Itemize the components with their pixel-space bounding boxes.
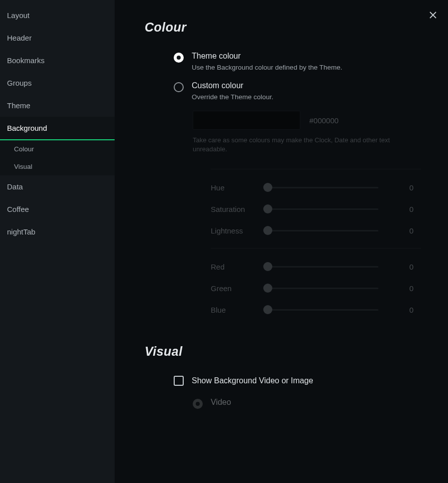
radio-custom-colour-row: Custom colour Override the Theme colour. — [174, 81, 423, 101]
radio-custom-colour[interactable] — [174, 82, 184, 92]
slider-hue-value: 0 — [398, 183, 413, 192]
slider-blue[interactable] — [263, 309, 378, 311]
slider-saturation-thumb[interactable] — [263, 204, 272, 213]
radio-custom-colour-desc: Override the Theme colour. — [192, 93, 273, 101]
slider-blue-label: Blue — [211, 306, 253, 314]
slider-hue-row: Hue 0 — [211, 183, 423, 192]
close-icon[interactable] — [426, 8, 440, 22]
sidebar-subitems: Colour Visual — [0, 140, 115, 175]
slider-green-row: Green 0 — [211, 284, 423, 293]
radio-theme-colour-label: Theme colour — [192, 52, 342, 61]
slider-saturation-label: Saturation — [211, 205, 253, 213]
sidebar-item-nighttab[interactable]: nightTab — [0, 220, 115, 243]
show-bg-row: Show Background Video or Image — [174, 376, 423, 386]
sidebar-item-background[interactable]: Background — [0, 117, 115, 140]
slider-hue[interactable] — [263, 187, 378, 188]
slider-red-label: Red — [211, 263, 253, 271]
custom-colour-block: #000000 Take care as some colours may ma… — [193, 111, 423, 314]
slider-hue-thumb[interactable] — [263, 183, 272, 192]
radio-video[interactable] — [193, 399, 203, 409]
radio-custom-colour-label: Custom colour — [192, 81, 273, 90]
slider-lightness-value: 0 — [398, 226, 413, 235]
slider-saturation[interactable] — [263, 208, 378, 210]
checkbox-show-background[interactable] — [174, 376, 184, 386]
slider-green-label: Green — [211, 284, 253, 293]
slider-saturation-value: 0 — [398, 205, 413, 213]
slider-green[interactable] — [263, 288, 378, 289]
slider-saturation-row: Saturation 0 — [211, 205, 423, 213]
radio-video-label: Video — [211, 398, 231, 407]
divider — [211, 169, 421, 169]
slider-blue-row: Blue 0 — [211, 306, 423, 314]
slider-hue-label: Hue — [211, 183, 253, 192]
checkbox-show-background-label: Show Background Video or Image — [192, 376, 313, 385]
section-title-colour: Colour — [145, 20, 423, 35]
slider-lightness-thumb[interactable] — [263, 226, 272, 235]
slider-blue-thumb[interactable] — [263, 305, 272, 314]
slider-red-row: Red 0 — [211, 263, 423, 271]
divider — [211, 248, 421, 249]
sidebar-sub-visual[interactable]: Visual — [0, 158, 115, 175]
radio-theme-colour-row: Theme colour Use the Background colour d… — [174, 52, 423, 71]
sidebar-item-header[interactable]: Header — [0, 27, 115, 49]
sidebar-sub-colour[interactable]: Colour — [0, 140, 115, 158]
sidebar-item-data[interactable]: Data — [0, 175, 115, 198]
slider-blue-value: 0 — [398, 306, 413, 314]
sidebar-item-coffee[interactable]: Coffee — [0, 198, 115, 220]
radio-video-row: Video — [193, 398, 423, 410]
slider-lightness-row: Lightness 0 — [211, 226, 423, 235]
main-panel: Colour Theme colour Use the Background c… — [115, 0, 448, 483]
sidebar-item-groups[interactable]: Groups — [0, 72, 115, 94]
radio-theme-colour-desc: Use the Background colour defined by the… — [192, 64, 342, 71]
colour-swatch[interactable] — [193, 111, 300, 130]
slider-red-thumb[interactable] — [263, 262, 272, 271]
slider-lightness-label: Lightness — [211, 226, 253, 235]
slider-green-thumb[interactable] — [263, 284, 272, 293]
sidebar: Layout Header Bookmarks Groups Theme Bac… — [0, 0, 115, 483]
colour-hex: #000000 — [309, 116, 338, 125]
sidebar-item-theme[interactable]: Theme — [0, 94, 115, 117]
sidebar-item-bookmarks[interactable]: Bookmarks — [0, 49, 115, 72]
slider-red[interactable] — [263, 266, 378, 268]
colour-warning: Take care as some colours may make the C… — [193, 136, 413, 154]
radio-theme-colour[interactable] — [174, 53, 184, 63]
sidebar-item-layout[interactable]: Layout — [0, 4, 115, 27]
slider-green-value: 0 — [398, 284, 413, 293]
slider-red-value: 0 — [398, 263, 413, 271]
visual-section: Visual Show Background Video or Image Vi… — [145, 344, 423, 410]
section-title-visual: Visual — [145, 344, 423, 359]
slider-lightness[interactable] — [263, 230, 378, 231]
